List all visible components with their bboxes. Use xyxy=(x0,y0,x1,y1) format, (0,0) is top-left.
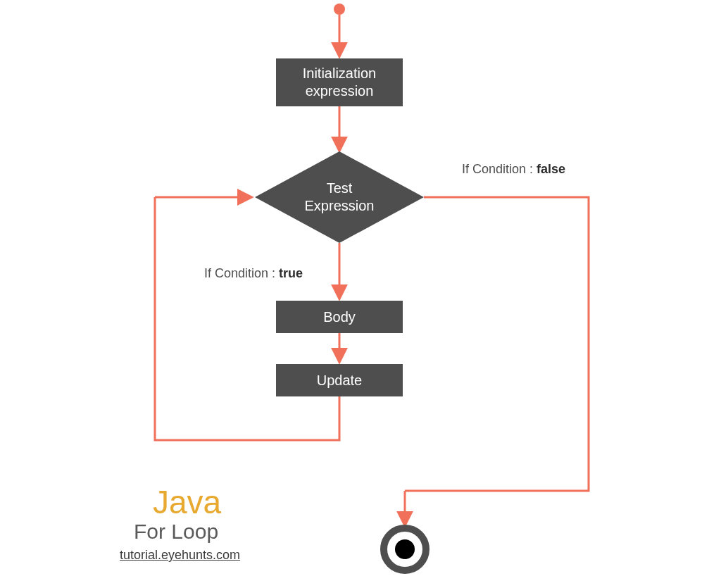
title-link[interactable]: tutorial.eyehunts.com xyxy=(120,548,240,563)
node-initialization-label: Initializationexpression xyxy=(303,65,377,100)
node-body-label: Body xyxy=(323,308,356,326)
title-java: Java xyxy=(153,483,221,521)
annotation-true-value: true xyxy=(279,266,303,280)
node-test-expression: TestExpression xyxy=(255,151,424,243)
node-test-expression-label: TestExpression xyxy=(305,180,375,215)
title-subtitle: For Loop xyxy=(134,520,218,544)
end-node-inner-icon xyxy=(395,539,415,559)
annotation-false-value: false xyxy=(537,162,565,176)
end-node-outer-icon xyxy=(384,528,426,570)
node-update-label: Update xyxy=(317,372,363,389)
annotation-true: If Condition : true xyxy=(204,266,303,281)
flowchart-canvas: Initializationexpression TestExpression … xyxy=(0,0,721,588)
annotation-false: If Condition : false xyxy=(462,162,565,177)
node-initialization: Initializationexpression xyxy=(276,58,403,106)
node-body: Body xyxy=(276,301,403,333)
node-update: Update xyxy=(276,364,403,396)
start-node-icon xyxy=(334,4,345,15)
annotation-true-prefix: If Condition : xyxy=(204,266,279,280)
annotation-false-prefix: If Condition : xyxy=(462,162,537,176)
